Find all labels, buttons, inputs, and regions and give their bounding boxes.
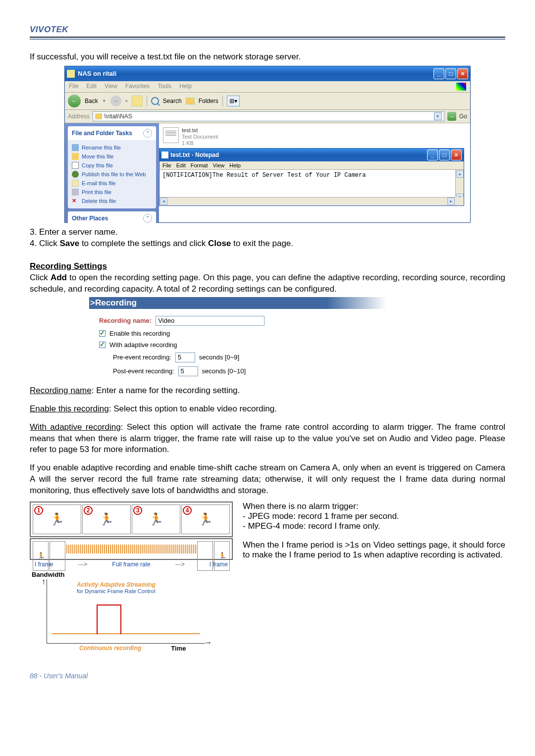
- step-3: 3. Enter a server name.: [30, 227, 505, 238]
- recording-settings-heading: Recording Settings: [30, 261, 505, 271]
- time-label: Time: [171, 645, 186, 652]
- notes-column: When there is no alarm trigger: - JPEG m…: [243, 502, 505, 652]
- pre-event-input[interactable]: [175, 353, 195, 362]
- address-input[interactable]: \\ritali\NAS ▾: [93, 111, 444, 121]
- menu-tools[interactable]: Tools: [158, 83, 171, 91]
- delete-icon: ✕: [72, 198, 79, 204]
- fullrate-label: Full frame rate: [112, 561, 150, 568]
- back-button[interactable]: ←: [68, 95, 81, 107]
- task-move[interactable]: Move this file: [72, 152, 152, 161]
- resize-grip[interactable]: [455, 197, 464, 205]
- marker-2: 2: [84, 506, 93, 515]
- recording-name-label: Recording name:: [99, 317, 152, 324]
- up-button[interactable]: [132, 96, 143, 106]
- task-copy[interactable]: Copy this file: [72, 161, 152, 170]
- scroll-left-button[interactable]: ◀: [160, 198, 167, 205]
- explorer-sidebar: File and Folder Tasks ⌃ Rename this file…: [65, 123, 159, 222]
- minimize-button[interactable]: _: [433, 68, 444, 79]
- continuous-label: Continuous recording: [79, 645, 141, 652]
- address-bar: Address \\ritali\NAS ▾ → Go: [65, 110, 470, 123]
- task-print[interactable]: Print this file: [72, 188, 152, 197]
- collapse-button[interactable]: ⌃: [143, 214, 152, 223]
- menu-help[interactable]: Help: [179, 83, 192, 91]
- task-delete[interactable]: ✕Delete this file: [72, 197, 152, 205]
- collapse-button[interactable]: ⌃: [143, 129, 152, 138]
- menu-view[interactable]: View: [105, 83, 117, 91]
- window-title: NAS on ritali: [78, 70, 433, 77]
- no-alarm-heading: When there is no alarm trigger:: [243, 502, 505, 511]
- folders-label[interactable]: Folders: [199, 98, 218, 104]
- explorer-menubar: File Edit View Favorites Tools Help: [65, 81, 470, 93]
- task-email[interactable]: E-mail this file: [72, 179, 152, 188]
- search-label[interactable]: Search: [163, 98, 182, 104]
- folders-icon[interactable]: [186, 98, 195, 104]
- menu-format[interactable]: Format: [191, 162, 208, 168]
- panel-title: Other Places: [72, 215, 108, 222]
- explorer-titlebar: NAS on ritali _ □ ×: [65, 66, 470, 81]
- scroll-up-button[interactable]: ▲: [456, 170, 464, 178]
- explorer-content: test.txt Text Document 1 KB test.txt - N…: [159, 123, 470, 222]
- scroll-right-button[interactable]: ▶: [447, 198, 455, 205]
- minimize-button[interactable]: _: [427, 150, 438, 160]
- move-icon: [72, 153, 79, 160]
- y-axis-arrow: ↑: [42, 577, 46, 586]
- go-label[interactable]: Go: [459, 113, 467, 120]
- close-button[interactable]: ×: [457, 68, 468, 79]
- notepad-icon: [161, 151, 168, 158]
- post-event-input[interactable]: [178, 366, 198, 376]
- forward-button[interactable]: →: [110, 96, 121, 106]
- views-button[interactable]: ⊞▾: [227, 96, 240, 106]
- menu-file[interactable]: File: [162, 162, 171, 168]
- step-4: 4. Click Save to complete the settings a…: [30, 238, 505, 250]
- back-label[interactable]: Back: [85, 98, 98, 104]
- print-icon: [72, 189, 79, 196]
- search-icon[interactable]: [151, 97, 159, 105]
- adaptive-recording-desc: With adaptive recording: Select this opt…: [30, 422, 505, 456]
- recording-header-bar: >Recording: [89, 297, 386, 309]
- scrollbar-vertical[interactable]: ▲ ▼: [455, 170, 464, 197]
- go-button[interactable]: →: [447, 112, 456, 121]
- enable-recording-checkbox[interactable]: [99, 330, 106, 337]
- address-value: \\ritali\NAS: [104, 113, 132, 120]
- iframe-note: When the I frame period is >1s on Video …: [243, 540, 505, 560]
- menu-edit[interactable]: Edit: [86, 83, 97, 91]
- scrollbar-horizontal[interactable]: ◀ ▶: [160, 197, 464, 205]
- windows-flag-icon: [456, 83, 466, 91]
- file-type: Text Document: [182, 134, 218, 140]
- notepad-title: test.txt - Notepad: [161, 151, 427, 158]
- maximize-button[interactable]: □: [445, 68, 456, 79]
- x-axis-arrow: →: [204, 638, 212, 647]
- address-dropdown[interactable]: ▾: [434, 112, 442, 120]
- menu-edit[interactable]: Edit: [176, 162, 186, 168]
- menu-file[interactable]: File: [69, 83, 78, 91]
- recording-form: Recording name: Enable this recording Wi…: [99, 309, 307, 381]
- recording-name-input[interactable]: [156, 316, 265, 326]
- annotation-title: Activity Adaptive Streaming: [77, 581, 156, 588]
- maximize-button[interactable]: □: [439, 150, 450, 160]
- bandwidth-chart: Activity Adaptive Streaming for Dynamic …: [47, 579, 205, 644]
- task-publish[interactable]: Publish this file to the Web: [72, 170, 152, 179]
- adaptive-recording-label: With adaptive recording: [109, 341, 177, 349]
- copy-icon: [72, 162, 79, 169]
- file-item[interactable]: test.txt Text Document 1 KB: [163, 127, 466, 147]
- arrow-text: --->: [175, 561, 185, 568]
- address-label: Address: [68, 113, 90, 120]
- notepad-body[interactable]: [NOTIFICATION]The Result of Server Test …: [160, 170, 464, 205]
- menu-view[interactable]: View: [213, 162, 225, 168]
- file-tasks-panel: File and Folder Tasks ⌃ Rename this file…: [68, 126, 156, 208]
- explorer-toolbar: ← Back ▼ → ▾ Search Folders ⊞▾: [65, 93, 470, 110]
- folder-icon: [95, 113, 102, 119]
- task-rename[interactable]: Rename this file: [72, 143, 152, 152]
- marker-4: 4: [183, 506, 192, 515]
- close-button[interactable]: ×: [451, 150, 462, 160]
- file-size: 1 KB: [182, 140, 218, 147]
- marker-1: 1: [34, 506, 43, 515]
- adaptive-recording-checkbox[interactable]: [99, 342, 106, 348]
- intro-text: If successful, you will receive a test.t…: [30, 51, 505, 63]
- menu-help[interactable]: Help: [229, 162, 241, 168]
- menu-favorites[interactable]: Favorites: [125, 83, 150, 91]
- post-event-range: seconds [0~10]: [202, 367, 246, 375]
- arrow-text: --->: [78, 561, 87, 568]
- file-name: test.txt: [182, 127, 218, 134]
- pre-event-range: seconds [0~9]: [199, 353, 239, 361]
